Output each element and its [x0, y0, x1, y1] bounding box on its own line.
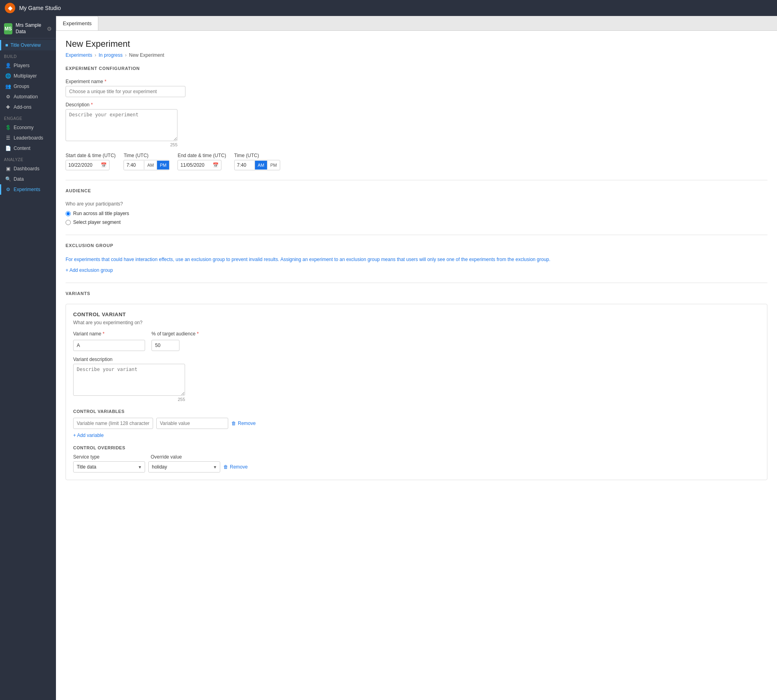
avatar: MS: [4, 23, 12, 34]
end-datetime-group: End date & time (UTC) 11/05/2020 📅: [177, 153, 226, 170]
economy-label: Economy: [14, 125, 34, 130]
experiment-name-label: Experiment name *: [66, 79, 767, 84]
variant-pct-input[interactable]: [151, 340, 179, 351]
audience-radio-all[interactable]: [66, 211, 71, 216]
start-am-button[interactable]: AM: [144, 161, 157, 170]
exclusion-group-section: EXCLUSION GROUP For experiments that cou…: [66, 243, 767, 273]
variant-desc-char-count: 255: [73, 397, 185, 402]
end-am-button[interactable]: AM: [255, 161, 267, 170]
audience-option-all: Run across all title players: [66, 211, 767, 216]
desc-required-star: *: [91, 102, 93, 108]
sidebar-item-multiplayer[interactable]: 🌐 Multiplayer: [0, 71, 56, 81]
start-time-input[interactable]: [124, 160, 144, 170]
add-exclusion-group-link[interactable]: + Add exclusion group: [66, 267, 113, 273]
sidebar-item-automation[interactable]: ⚙ Automation: [0, 92, 56, 102]
page-title: New Experiment: [66, 39, 767, 49]
variant-desc-label: Variant description: [73, 357, 760, 362]
end-date-field[interactable]: 11/05/2020 📅: [177, 160, 221, 170]
control-overrides-section: CONTROL OVERRIDES Service type Override …: [73, 445, 760, 473]
sidebar-item-dashboards[interactable]: ▣ Dashboards: [0, 164, 56, 174]
players-icon: 👤: [5, 63, 11, 68]
end-time-input[interactable]: [235, 160, 255, 170]
experiment-config-section: EXPERIMENT CONFIGURATION Experiment name…: [66, 66, 767, 170]
breadcrumb-inprogress[interactable]: In progress: [99, 52, 123, 58]
variant-pct-group: % of target audience *: [151, 331, 199, 351]
sidebar-item-groups[interactable]: 👥 Groups: [0, 81, 56, 92]
remove-override-link[interactable]: 🗑 Remove: [223, 464, 248, 470]
breadcrumb-sep-2: ›: [125, 52, 127, 58]
description-label: Description *: [66, 102, 767, 108]
dashboards-icon: ▣: [5, 166, 11, 172]
end-date-label: End date & time (UTC): [177, 153, 226, 158]
title-overview-icon: ■: [5, 42, 8, 48]
build-section-label: BUILD: [0, 50, 56, 60]
analyze-section-label: ANALYZE: [0, 154, 56, 164]
override-value-select-wrapper: holiday event1 event2 ▼: [148, 461, 220, 473]
description-textarea[interactable]: [66, 109, 177, 141]
sidebar-item-addons[interactable]: ✚ Add-ons: [0, 102, 56, 112]
add-variable-link[interactable]: + Add variable: [73, 433, 104, 438]
end-time-group: Time (UTC) AM PM: [234, 153, 280, 170]
sidebar-user-section: MS Mrs Sample Data ⚙: [0, 19, 56, 38]
start-pm-button[interactable]: PM: [157, 161, 169, 170]
end-date-inputs: 11/05/2020 📅: [177, 160, 226, 170]
override-value-col-label: Override value: [151, 454, 223, 460]
topbar: ◆ My Game Studio: [0, 0, 777, 16]
start-date-field[interactable]: 10/22/2020 📅: [66, 160, 110, 170]
automation-icon: ⚙: [5, 94, 11, 100]
sidebar-item-data[interactable]: 🔍 Data: [0, 174, 56, 184]
data-label: Data: [14, 176, 24, 182]
audience-question: Who are your participants?: [66, 201, 767, 207]
experiments-label: Experiments: [14, 187, 40, 192]
sidebar-item-leaderboards[interactable]: ☰ Leaderboards: [0, 133, 56, 143]
data-icon: 🔍: [5, 176, 11, 182]
sidebar-item-experiments[interactable]: ⚙ Experiments: [0, 184, 56, 195]
description-char-count: 255: [66, 142, 177, 147]
remove-variable-link[interactable]: 🗑 Remove: [231, 421, 256, 426]
sidebar-item-title-overview[interactable]: ■ Title Overview: [0, 40, 56, 50]
variable-name-input[interactable]: [73, 418, 153, 429]
breadcrumb-current: New Experiment: [129, 52, 164, 58]
service-type-select-wrapper: Title data Player data Player statistics…: [73, 461, 145, 473]
experiment-name-input[interactable]: [66, 86, 185, 97]
experiments-icon: ⚙: [5, 187, 11, 192]
audience-radio-segment[interactable]: [66, 220, 71, 225]
start-time-label: Time (UTC): [124, 153, 169, 158]
title-overview-label: Title Overview: [10, 42, 41, 48]
sidebar-item-economy[interactable]: 💲 Economy: [0, 122, 56, 133]
divider-1: [66, 180, 767, 180]
main-area: Experiments New Experiment Experiments ›…: [56, 16, 777, 700]
control-variant-title: CONTROL VARIANT: [73, 311, 760, 317]
override-value-select[interactable]: holiday event1 event2: [148, 461, 220, 473]
sidebar-item-content[interactable]: 📄 Content: [0, 143, 56, 154]
exclusion-description: For experiments that could have interact…: [66, 256, 767, 263]
service-type-select[interactable]: Title data Player data Player statistics: [73, 461, 145, 473]
variants-section: VARIANTS CONTROL VARIANT What are you ex…: [66, 291, 767, 480]
multiplayer-label: Multiplayer: [14, 73, 37, 79]
variable-value-input[interactable]: [156, 418, 228, 429]
control-variant-card: CONTROL VARIANT What are you experimenti…: [66, 304, 767, 480]
groups-icon: 👥: [5, 84, 11, 89]
end-pm-button[interactable]: PM: [267, 161, 280, 170]
variant-name-group: Variant name *: [73, 331, 145, 351]
audience-segment-label: Select player segment: [73, 219, 121, 225]
breadcrumb-experiments[interactable]: Experiments: [66, 52, 92, 58]
addons-label: Add-ons: [14, 104, 32, 110]
datetime-row: Start date & time (UTC) 10/22/2020 📅 Tim…: [66, 153, 767, 170]
experiment-config-title: EXPERIMENT CONFIGURATION: [66, 66, 767, 73]
user-name: Mrs Sample Data: [16, 22, 44, 35]
settings-gear-icon[interactable]: ⚙: [47, 26, 52, 32]
content-label: Content: [14, 146, 30, 151]
override-row-1: Title data Player data Player statistics…: [73, 461, 760, 473]
studio-logo: ◆: [5, 3, 15, 13]
tabs-bar: Experiments: [56, 16, 777, 31]
variant-desc-textarea[interactable]: [73, 364, 185, 396]
audience-section: AUDIENCE Who are your participants? Run …: [66, 188, 767, 225]
sidebar-item-players[interactable]: 👤 Players: [0, 60, 56, 71]
tab-experiments[interactable]: Experiments: [56, 16, 98, 30]
variant-question: What are you experimenting on?: [73, 320, 760, 325]
variant-name-input[interactable]: [73, 340, 145, 351]
variant-inputs-row: Variant name * % of target audience *: [73, 331, 760, 351]
override-trash-icon: 🗑: [223, 464, 228, 470]
divider-3: [66, 283, 767, 283]
